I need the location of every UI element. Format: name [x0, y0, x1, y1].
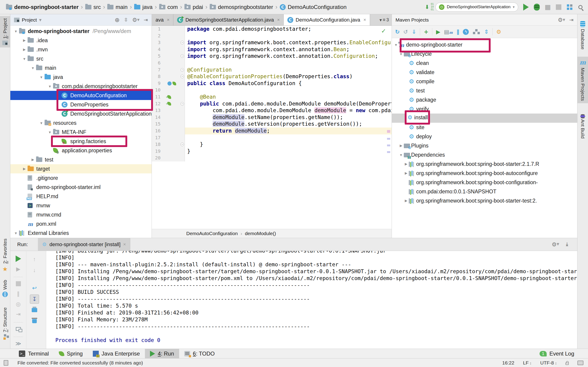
code-line[interactable]: 19} — [152, 148, 392, 155]
maven-tree-item[interactable]: ▶org.springframework.boot:spring-boot-st… — [392, 196, 577, 205]
hidden-tabs-button[interactable]: ▾≡3 — [377, 14, 392, 25]
settings-icon[interactable] — [132, 17, 137, 23]
pause-icon[interactable]: ∥ — [10, 289, 26, 299]
clear-all-icon[interactable] — [26, 316, 43, 327]
show-dependencies-icon[interactable] — [475, 29, 477, 31]
close-icon[interactable]: × — [167, 17, 170, 23]
run-console[interactable]: [INFO] Building jar: /Peng/www/demo-spri… — [46, 251, 577, 349]
code-line[interactable]: 12− public com.pdai.demo.module.DemoModu… — [152, 100, 392, 107]
fold-icon[interactable]: − — [181, 75, 184, 78]
project-tree-item[interactable]: ▼META-INF — [10, 127, 152, 137]
expanded-icon[interactable]: ▼ — [393, 43, 399, 47]
expanded-icon[interactable]: ▼ — [21, 57, 27, 61]
rerun-failed-icon[interactable]: ▶ — [10, 264, 26, 274]
editor-tab[interactable]: DemoSpringbootStarterApplication.java× — [173, 14, 284, 25]
toolwindow-button-spring[interactable]: Spring — [54, 349, 88, 358]
code-line[interactable]: 4import org.springframework.context.anno… — [152, 46, 392, 53]
collapsed-icon[interactable]: ▶ — [403, 162, 409, 166]
toolwindow-switcher-icon[interactable] — [4, 360, 8, 366]
project-tree-item[interactable]: ▼src — [10, 54, 152, 63]
code-line[interactable]: 17 — [152, 134, 392, 141]
editor-tab[interactable]: ava× — [152, 14, 173, 25]
expanded-icon[interactable]: ▼ — [38, 121, 44, 125]
maven-tree-item[interactable]: test — [392, 86, 577, 95]
hide-panel-icon[interactable] — [564, 242, 570, 246]
maven-tree-item[interactable]: deploy — [392, 132, 577, 141]
run-icon[interactable] — [523, 4, 529, 10]
project-tree-item[interactable]: ▼resources — [10, 118, 152, 127]
project-tree-item[interactable]: demo-springboot-starter.iml — [10, 183, 152, 192]
project-tree-item[interactable]: HELP.md — [10, 192, 152, 201]
collapsed-icon[interactable]: ▶ — [403, 199, 409, 203]
breadcrumb-item[interactable]: demo-springboot-starter — [6, 4, 78, 10]
project-tree-item[interactable]: ▼External Libraries — [10, 228, 152, 238]
sidebar-tab-ant-build[interactable]: Ant Build — [578, 113, 588, 141]
download-sources-icon[interactable] — [412, 29, 416, 35]
editor-breadcrumb-item[interactable]: demoModule() — [245, 231, 276, 236]
breadcrumb-item[interactable]: java — [134, 4, 153, 10]
reimport-icon[interactable] — [395, 29, 400, 35]
settings-icon[interactable] — [552, 241, 557, 248]
execute-maven-goal-icon[interactable] — [444, 29, 453, 35]
project-tree-item[interactable]: mvnw — [10, 201, 152, 210]
add-maven-project-icon[interactable] — [424, 29, 428, 35]
toolwindow-button-run[interactable]: 4: Run — [145, 349, 179, 358]
expanded-icon[interactable]: ▼ — [398, 52, 404, 56]
code-line[interactable]: 11 @Bean — [152, 94, 392, 100]
maven-tree-item[interactable]: compile — [392, 77, 577, 86]
project-tree-item[interactable]: mvnw.cmd — [10, 210, 152, 219]
sidebar-tab-project[interactable]: 1: Project — [0, 16, 10, 48]
toggle-offline-icon[interactable] — [463, 29, 469, 35]
maven-tree-item[interactable]: org.springframework.boot:spring-boot-con… — [392, 178, 577, 187]
settings-button[interactable]: ▾ — [558, 17, 565, 23]
code-line[interactable]: 2 — [152, 33, 392, 40]
maven-tree-item[interactable]: package — [392, 95, 577, 104]
maven-tree-item[interactable]: ▶org.springframework.boot:spring-boot-au… — [392, 169, 577, 178]
maven-tree-item[interactable]: com.pdai:demo:0.0.1-SNAPSHOT — [392, 187, 577, 196]
project-tree-item[interactable]: .gitignore — [10, 173, 152, 183]
run-config-select[interactable]: DemoSpringbootStarterApplication ▾ — [435, 2, 518, 12]
toolwindow-button-todo[interactable]: 6: TODO — [179, 349, 220, 358]
collapsed-icon[interactable]: ▶ — [30, 158, 36, 162]
project-panel-title[interactable]: Project — [22, 17, 37, 23]
project-tree-item[interactable]: ▶target — [10, 164, 152, 173]
up-stack-icon[interactable]: ↑ — [26, 254, 43, 265]
collapsed-icon[interactable]: ▶ — [403, 171, 409, 175]
highlighting-level-icon[interactable] — [578, 361, 583, 365]
line-ending-selector[interactable]: LF ↕ — [523, 360, 531, 366]
run-maven-goal-icon[interactable] — [436, 29, 440, 35]
project-structure-icon[interactable] — [567, 4, 569, 7]
code-line[interactable]: 18− } — [152, 141, 392, 148]
sidebar-tab-web[interactable]: Web — [0, 277, 10, 299]
project-tree-item[interactable]: ▼demo-springboot-starter/Peng/www/dem — [10, 27, 152, 36]
more-icon[interactable]: ≫ — [10, 338, 26, 349]
vcs-update-icon[interactable] — [424, 3, 431, 11]
soft-wrap-icon[interactable]: ↩ — [26, 283, 43, 294]
close-icon[interactable]: × — [363, 17, 366, 23]
code-line[interactable]: 20 — [152, 155, 392, 161]
expanded-icon[interactable]: ▼ — [13, 231, 19, 235]
breadcrumb-item[interactable]: src — [85, 4, 101, 10]
code-line[interactable]: 7−@Configuration — [152, 67, 392, 73]
lock-icon[interactable] — [565, 363, 569, 365]
settings-icon[interactable] — [558, 17, 563, 23]
exit-icon[interactable]: ⇥ — [10, 309, 26, 319]
code-line[interactable]: 10 — [152, 87, 392, 94]
project-tree-item[interactable]: ▼main — [10, 63, 152, 73]
expanded-icon[interactable]: ▼ — [398, 153, 404, 157]
code-line[interactable]: 13 com.pdai.demo.module.DemoModule demoM… — [152, 107, 392, 114]
project-tree-item[interactable]: application.properties — [10, 146, 152, 155]
breadcrumb-item[interactable]: main — [107, 4, 128, 10]
rerun-icon[interactable] — [10, 254, 26, 264]
breadcrumb-item[interactable]: DemoAutoConfiguration — [280, 4, 346, 10]
sidebar-tab-favorites[interactable]: 2: Favorites — [0, 236, 10, 275]
scroll-to-end-icon[interactable]: ↧ — [26, 294, 43, 305]
editor-breadcrumb-item[interactable]: DemoAutoConfiguration — [186, 231, 238, 236]
encoding-selector[interactable]: UTF-8 ↕ — [540, 360, 557, 366]
hide-panel-icon[interactable] — [144, 17, 148, 23]
restore-layout-icon[interactable] — [10, 324, 26, 334]
editor-tab[interactable]: DemoAutoConfiguration.java× — [284, 14, 370, 25]
code-line[interactable]: 6 — [152, 60, 392, 67]
code-line[interactable]: 1package com.pdai.demospringbootstarter; — [152, 26, 392, 33]
collapsed-icon[interactable]: ▶ — [398, 144, 404, 148]
